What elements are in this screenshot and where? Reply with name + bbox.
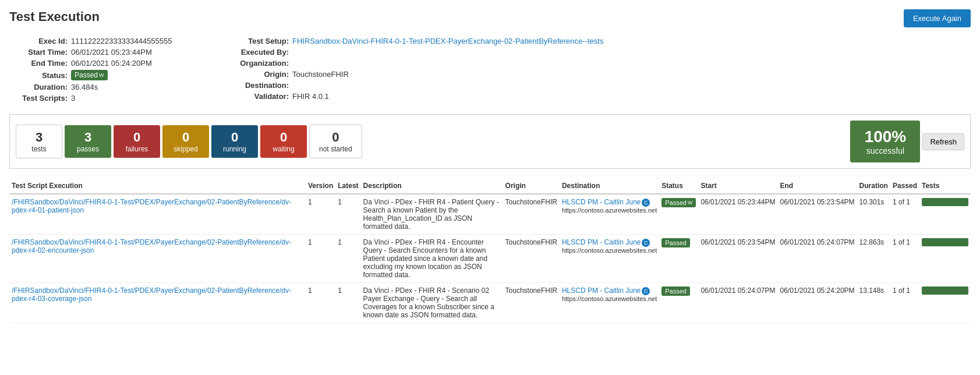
- progress-bar-fill: [922, 286, 968, 295]
- col-passed: Passed: [890, 178, 919, 194]
- destination-url: https://contoso.azurewebsites.net: [562, 207, 657, 214]
- col-version: Version: [306, 178, 335, 194]
- test-setup-row: Test Setup: FHIRSandbox-DaVinci-FHIR4-0-…: [231, 37, 971, 45]
- info-section: Exec Id: 111122222333333444555555 Start …: [9, 37, 971, 105]
- destination-label: Destination:: [231, 81, 289, 90]
- success-label: successful: [862, 146, 908, 155]
- status-row: Status: PassedW: [9, 70, 231, 80]
- duration-label: Duration:: [9, 83, 68, 91]
- script-cell: /FHIRSandbox/DaVinci/FHIR4-0-1-Test/PDEX…: [9, 194, 306, 235]
- exec-id-value: 111122222333333444555555: [71, 37, 172, 45]
- test-scripts-label: Test Scripts:: [9, 94, 68, 102]
- destination-cell: HLSCD PM - Caitlin JuneChttps://contoso.…: [560, 283, 659, 323]
- duration-cell: 10.301s: [857, 194, 890, 235]
- destination-link[interactable]: HLSCD PM - Caitlin JuneC: [562, 198, 650, 206]
- script-link[interactable]: /FHIRSandbox/DaVinci/FHIR4-0-1-Test/PDEX…: [12, 286, 291, 303]
- table-row: /FHIRSandbox/DaVinci/FHIR4-0-1-Test/PDEX…: [9, 235, 971, 283]
- destination-link[interactable]: HLSCD PM - Caitlin JuneC: [562, 286, 650, 295]
- col-script: Test Script Execution: [9, 178, 306, 194]
- status-badge: Passed: [661, 286, 690, 296]
- stats-bar: 3 tests 3 passes 0 failures 0 skipped 0 …: [9, 114, 971, 169]
- organization-row: Organization:: [231, 59, 971, 68]
- passed-cell: 1 of 1: [890, 235, 919, 283]
- col-origin: Origin: [503, 178, 560, 194]
- col-latest: Latest: [335, 178, 360, 194]
- running-box: 0 running: [211, 125, 258, 158]
- start-cell: 06/01/2021 05:23:44PM: [698, 194, 777, 235]
- script-link[interactable]: /FHIRSandbox/DaVinci/FHIR4-0-1-Test/PDEX…: [12, 238, 291, 254]
- version-cell: 1: [306, 235, 335, 283]
- exec-id-label: Exec Id:: [9, 37, 68, 45]
- description-cell: Da Vinci - PDex - FHIR R4 - Patient Quer…: [361, 194, 503, 235]
- test-execution-table: Test Script Execution Version Latest Des…: [9, 178, 971, 323]
- script-cell: /FHIRSandbox/DaVinci/FHIR4-0-1-Test/PDEX…: [9, 235, 306, 283]
- duration-value: 36.484s: [71, 83, 98, 91]
- tests-label: tests: [31, 145, 46, 153]
- info-right: Test Setup: FHIRSandbox-DaVinci-FHIR4-0-…: [231, 37, 971, 105]
- progress-bar: [922, 286, 968, 295]
- latest-cell: 1: [335, 283, 360, 323]
- table-body: /FHIRSandbox/DaVinci/FHIR4-0-1-Test/PDEX…: [9, 194, 971, 323]
- start-time-label: Start Time:: [9, 48, 68, 56]
- progress-bar-fill: [922, 238, 968, 246]
- passes-box: 3 passes: [65, 125, 111, 158]
- failures-box: 0 failures: [114, 125, 160, 158]
- passes-number: 3: [84, 130, 91, 145]
- col-tests: Tests: [919, 178, 971, 194]
- status-cell: Passed: [659, 283, 698, 323]
- status-badge: PassedW: [661, 198, 696, 207]
- origin-cell: TouchstoneFHIR: [503, 194, 560, 235]
- destination-link[interactable]: HLSCD PM - Caitlin JuneC: [562, 238, 650, 246]
- start-time-value: 06/01/2021 05:23:44PM: [71, 48, 152, 56]
- col-duration: Duration: [857, 178, 890, 194]
- tests-cell: [919, 283, 971, 323]
- end-cell: 06/01/2021 05:24:20PM: [778, 283, 857, 323]
- tests-cell: [919, 235, 971, 283]
- col-destination: Destination: [560, 178, 659, 194]
- running-label: running: [223, 145, 246, 153]
- col-end: End: [778, 178, 857, 194]
- end-cell: 06/01/2021 05:24:07PM: [778, 235, 857, 283]
- passed-cell: 1 of 1: [890, 194, 919, 235]
- start-time-row: Start Time: 06/01/2021 05:23:44PM: [9, 48, 231, 56]
- waiting-label: waiting: [273, 145, 294, 153]
- status-badge: Passed: [661, 238, 690, 247]
- tests-cell: [919, 194, 971, 235]
- info-left: Exec Id: 111122222333333444555555 Start …: [9, 37, 231, 105]
- duration-row: Duration: 36.484s: [9, 83, 231, 91]
- passed-cell: 1 of 1: [890, 283, 919, 323]
- table-header: Test Script Execution Version Latest Des…: [9, 178, 971, 194]
- origin-cell: TouchstoneFHIR: [503, 283, 560, 323]
- origin-label: Origin:: [231, 70, 289, 79]
- execute-again-button[interactable]: Execute Again: [904, 9, 971, 27]
- duration-cell: 13.148s: [857, 283, 890, 323]
- progress-bar: [922, 198, 968, 206]
- destination-cell: HLSCD PM - Caitlin JuneChttps://contoso.…: [560, 235, 659, 283]
- description-cell: Da Vinci - PDex - FHIR R4 - Scenario 02 …: [361, 283, 503, 323]
- organization-label: Organization:: [231, 59, 289, 68]
- origin-row: Origin: TouchstoneFHIR: [231, 70, 971, 79]
- latest-cell: 1: [335, 235, 360, 283]
- refresh-button[interactable]: Refresh: [922, 133, 964, 150]
- failures-label: failures: [126, 145, 148, 153]
- not-started-number: 0: [319, 130, 352, 145]
- duration-cell: 12.863s: [857, 235, 890, 283]
- validator-value: FHIR 4.0.1: [292, 92, 329, 101]
- end-time-value: 06/01/2021 05:24:20PM: [71, 59, 152, 68]
- test-setup-link[interactable]: FHIRSandbox-DaVinci-FHIR4-0-1-Test-PDEX-…: [292, 37, 603, 45]
- progress-bar-fill: [922, 198, 968, 206]
- status-cell: Passed: [659, 235, 698, 283]
- not-started-label: not started: [319, 145, 352, 153]
- skipped-label: skipped: [174, 145, 197, 153]
- script-link[interactable]: /FHIRSandbox/DaVinci/FHIR4-0-1-Test/PDEX…: [12, 198, 291, 214]
- skipped-number: 0: [182, 130, 189, 145]
- running-number: 0: [231, 130, 238, 145]
- success-box: 100% successful: [850, 121, 920, 162]
- col-start: Start: [698, 178, 777, 194]
- failures-number: 0: [133, 130, 140, 145]
- origin-cell: TouchstoneFHIR: [503, 235, 560, 283]
- tests-number: 3: [36, 130, 43, 145]
- skipped-box: 0 skipped: [162, 125, 209, 158]
- end-time-row: End Time: 06/01/2021 05:24:20PM: [9, 59, 231, 68]
- validator-row: Validator: FHIR 4.0.1: [231, 92, 971, 101]
